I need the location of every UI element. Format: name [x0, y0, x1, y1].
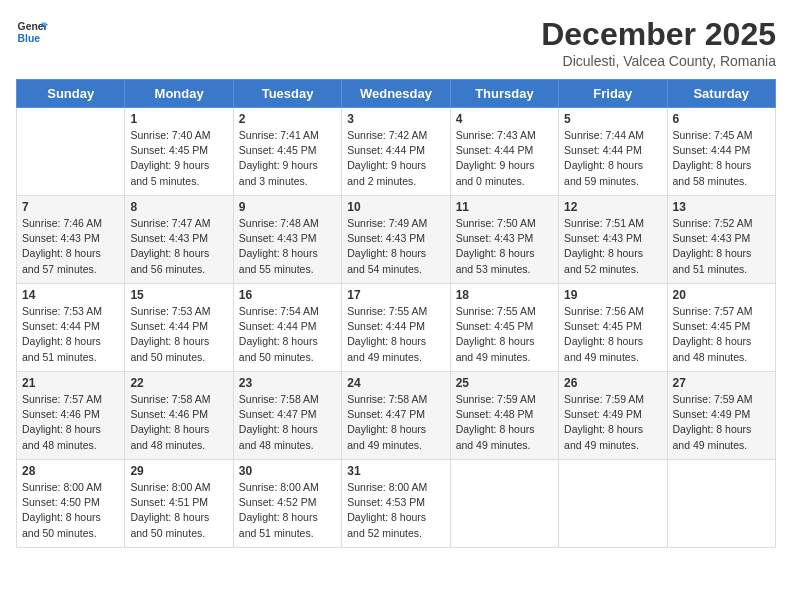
day-info: Sunrise: 7:55 AMSunset: 4:45 PMDaylight:…: [456, 304, 553, 365]
week-row-5: 28Sunrise: 8:00 AMSunset: 4:50 PMDayligh…: [17, 460, 776, 548]
day-number: 13: [673, 200, 770, 214]
day-info: Sunrise: 7:46 AMSunset: 4:43 PMDaylight:…: [22, 216, 119, 277]
day-info: Sunrise: 7:58 AMSunset: 4:47 PMDaylight:…: [239, 392, 336, 453]
day-number: 27: [673, 376, 770, 390]
day-info: Sunrise: 7:50 AMSunset: 4:43 PMDaylight:…: [456, 216, 553, 277]
day-cell: 30Sunrise: 8:00 AMSunset: 4:52 PMDayligh…: [233, 460, 341, 548]
day-number: 25: [456, 376, 553, 390]
day-number: 28: [22, 464, 119, 478]
day-number: 22: [130, 376, 227, 390]
day-cell: 21Sunrise: 7:57 AMSunset: 4:46 PMDayligh…: [17, 372, 125, 460]
day-cell: 29Sunrise: 8:00 AMSunset: 4:51 PMDayligh…: [125, 460, 233, 548]
day-cell: 5Sunrise: 7:44 AMSunset: 4:44 PMDaylight…: [559, 108, 667, 196]
day-info: Sunrise: 7:48 AMSunset: 4:43 PMDaylight:…: [239, 216, 336, 277]
location-subtitle: Diculesti, Valcea County, Romania: [541, 53, 776, 69]
day-cell: 8Sunrise: 7:47 AMSunset: 4:43 PMDaylight…: [125, 196, 233, 284]
title-block: December 2025 Diculesti, Valcea County, …: [541, 16, 776, 69]
day-info: Sunrise: 7:53 AMSunset: 4:44 PMDaylight:…: [130, 304, 227, 365]
day-info: Sunrise: 7:41 AMSunset: 4:45 PMDaylight:…: [239, 128, 336, 189]
day-cell: 12Sunrise: 7:51 AMSunset: 4:43 PMDayligh…: [559, 196, 667, 284]
day-number: 6: [673, 112, 770, 126]
day-info: Sunrise: 7:59 AMSunset: 4:49 PMDaylight:…: [673, 392, 770, 453]
day-info: Sunrise: 7:56 AMSunset: 4:45 PMDaylight:…: [564, 304, 661, 365]
day-cell: 25Sunrise: 7:59 AMSunset: 4:48 PMDayligh…: [450, 372, 558, 460]
day-number: 18: [456, 288, 553, 302]
day-cell: 23Sunrise: 7:58 AMSunset: 4:47 PMDayligh…: [233, 372, 341, 460]
day-cell: 4Sunrise: 7:43 AMSunset: 4:44 PMDaylight…: [450, 108, 558, 196]
day-cell: 27Sunrise: 7:59 AMSunset: 4:49 PMDayligh…: [667, 372, 775, 460]
week-row-4: 21Sunrise: 7:57 AMSunset: 4:46 PMDayligh…: [17, 372, 776, 460]
day-header-sunday: Sunday: [17, 80, 125, 108]
day-number: 23: [239, 376, 336, 390]
day-info: Sunrise: 7:51 AMSunset: 4:43 PMDaylight:…: [564, 216, 661, 277]
day-info: Sunrise: 8:00 AMSunset: 4:53 PMDaylight:…: [347, 480, 444, 541]
day-info: Sunrise: 7:59 AMSunset: 4:49 PMDaylight:…: [564, 392, 661, 453]
day-number: 10: [347, 200, 444, 214]
day-info: Sunrise: 7:57 AMSunset: 4:45 PMDaylight:…: [673, 304, 770, 365]
day-cell: 13Sunrise: 7:52 AMSunset: 4:43 PMDayligh…: [667, 196, 775, 284]
day-number: 1: [130, 112, 227, 126]
day-cell: 24Sunrise: 7:58 AMSunset: 4:47 PMDayligh…: [342, 372, 450, 460]
day-number: 26: [564, 376, 661, 390]
calendar-header-row: SundayMondayTuesdayWednesdayThursdayFrid…: [17, 80, 776, 108]
day-number: 19: [564, 288, 661, 302]
day-info: Sunrise: 7:58 AMSunset: 4:47 PMDaylight:…: [347, 392, 444, 453]
day-cell: [559, 460, 667, 548]
day-header-saturday: Saturday: [667, 80, 775, 108]
day-cell: 2Sunrise: 7:41 AMSunset: 4:45 PMDaylight…: [233, 108, 341, 196]
day-info: Sunrise: 7:43 AMSunset: 4:44 PMDaylight:…: [456, 128, 553, 189]
day-info: Sunrise: 7:53 AMSunset: 4:44 PMDaylight:…: [22, 304, 119, 365]
week-row-3: 14Sunrise: 7:53 AMSunset: 4:44 PMDayligh…: [17, 284, 776, 372]
day-number: 29: [130, 464, 227, 478]
day-header-monday: Monday: [125, 80, 233, 108]
month-title: December 2025: [541, 16, 776, 53]
day-cell: [17, 108, 125, 196]
calendar-table: SundayMondayTuesdayWednesdayThursdayFrid…: [16, 79, 776, 548]
day-cell: 20Sunrise: 7:57 AMSunset: 4:45 PMDayligh…: [667, 284, 775, 372]
day-number: 20: [673, 288, 770, 302]
day-cell: [667, 460, 775, 548]
logo: General Blue General Blue: [16, 16, 48, 48]
day-info: Sunrise: 7:47 AMSunset: 4:43 PMDaylight:…: [130, 216, 227, 277]
day-cell: 22Sunrise: 7:58 AMSunset: 4:46 PMDayligh…: [125, 372, 233, 460]
day-info: Sunrise: 7:59 AMSunset: 4:48 PMDaylight:…: [456, 392, 553, 453]
day-number: 5: [564, 112, 661, 126]
week-row-2: 7Sunrise: 7:46 AMSunset: 4:43 PMDaylight…: [17, 196, 776, 284]
day-number: 21: [22, 376, 119, 390]
day-cell: 14Sunrise: 7:53 AMSunset: 4:44 PMDayligh…: [17, 284, 125, 372]
day-number: 15: [130, 288, 227, 302]
day-cell: 19Sunrise: 7:56 AMSunset: 4:45 PMDayligh…: [559, 284, 667, 372]
day-header-thursday: Thursday: [450, 80, 558, 108]
day-info: Sunrise: 8:00 AMSunset: 4:50 PMDaylight:…: [22, 480, 119, 541]
week-row-1: 1Sunrise: 7:40 AMSunset: 4:45 PMDaylight…: [17, 108, 776, 196]
day-info: Sunrise: 7:42 AMSunset: 4:44 PMDaylight:…: [347, 128, 444, 189]
page-header: General Blue General Blue December 2025 …: [16, 16, 776, 69]
day-cell: 3Sunrise: 7:42 AMSunset: 4:44 PMDaylight…: [342, 108, 450, 196]
day-info: Sunrise: 7:49 AMSunset: 4:43 PMDaylight:…: [347, 216, 444, 277]
day-number: 30: [239, 464, 336, 478]
day-cell: 16Sunrise: 7:54 AMSunset: 4:44 PMDayligh…: [233, 284, 341, 372]
day-info: Sunrise: 8:00 AMSunset: 4:52 PMDaylight:…: [239, 480, 336, 541]
day-number: 31: [347, 464, 444, 478]
day-info: Sunrise: 7:55 AMSunset: 4:44 PMDaylight:…: [347, 304, 444, 365]
day-cell: 10Sunrise: 7:49 AMSunset: 4:43 PMDayligh…: [342, 196, 450, 284]
day-header-friday: Friday: [559, 80, 667, 108]
day-number: 16: [239, 288, 336, 302]
day-info: Sunrise: 7:40 AMSunset: 4:45 PMDaylight:…: [130, 128, 227, 189]
day-cell: 6Sunrise: 7:45 AMSunset: 4:44 PMDaylight…: [667, 108, 775, 196]
day-number: 17: [347, 288, 444, 302]
day-header-wednesday: Wednesday: [342, 80, 450, 108]
day-cell: 26Sunrise: 7:59 AMSunset: 4:49 PMDayligh…: [559, 372, 667, 460]
day-cell: 28Sunrise: 8:00 AMSunset: 4:50 PMDayligh…: [17, 460, 125, 548]
day-cell: 11Sunrise: 7:50 AMSunset: 4:43 PMDayligh…: [450, 196, 558, 284]
calendar-body: 1Sunrise: 7:40 AMSunset: 4:45 PMDaylight…: [17, 108, 776, 548]
day-number: 7: [22, 200, 119, 214]
day-info: Sunrise: 7:45 AMSunset: 4:44 PMDaylight:…: [673, 128, 770, 189]
day-number: 14: [22, 288, 119, 302]
day-number: 24: [347, 376, 444, 390]
logo-icon: General Blue: [16, 16, 48, 48]
day-info: Sunrise: 7:54 AMSunset: 4:44 PMDaylight:…: [239, 304, 336, 365]
day-cell: 9Sunrise: 7:48 AMSunset: 4:43 PMDaylight…: [233, 196, 341, 284]
day-cell: 1Sunrise: 7:40 AMSunset: 4:45 PMDaylight…: [125, 108, 233, 196]
day-cell: 17Sunrise: 7:55 AMSunset: 4:44 PMDayligh…: [342, 284, 450, 372]
